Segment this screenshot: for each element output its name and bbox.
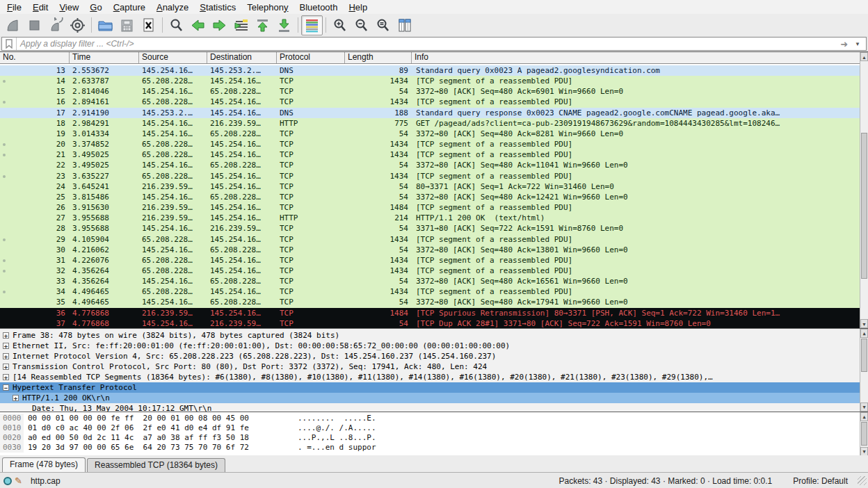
menu-analyze[interactable]: Analyze	[151, 1, 194, 13]
packet-row[interactable]: 14 2.633787 65.208.228… 145.254.16… TCP …	[0, 76, 860, 86]
save-file-button[interactable]	[116, 15, 138, 35]
packet-row[interactable]: 30 4.216062 145.254.16… 65.208.228… TCP …	[0, 245, 860, 255]
packet-row[interactable]: 18 2.984291 145.254.16… 216.239.59… HTTP…	[0, 118, 860, 129]
detail-line[interactable]: + HTTP/1.1 200 OK\r\n	[0, 393, 860, 403]
go-to-packet-button[interactable]	[230, 15, 252, 35]
capture-options-button[interactable]	[67, 15, 88, 35]
display-filter-input[interactable]: Apply a display filter ... <Ctrl-/> ➜ ▼	[1, 37, 867, 51]
scroll-down-icon[interactable]: ▼	[860, 402, 868, 412]
zoom-reset-button[interactable]	[372, 15, 394, 35]
column-header-time[interactable]: Time	[70, 52, 139, 63]
packet-row[interactable]: 19 3.014334 145.254.16… 65.208.228… TCP …	[0, 129, 860, 139]
column-header-protocol[interactable]: Protocol	[277, 52, 345, 63]
column-header-destination[interactable]: Destination	[207, 52, 277, 63]
detail-line[interactable]: + Ethernet II, Src: fe:ff:20:00:01:00 (f…	[0, 341, 860, 351]
expander-icon[interactable]: −	[3, 384, 9, 391]
cell-source: 65.208.228…	[139, 234, 207, 245]
packet-row[interactable]: 35 4.496465 145.254.16… 65.208.228… TCP …	[0, 297, 860, 307]
column-header-length[interactable]: Length	[345, 52, 412, 63]
expander-icon[interactable]: +	[13, 395, 19, 401]
packet-row[interactable]: 33 4.356264 145.254.16… 65.208.228… TCP …	[0, 276, 860, 286]
go-first-button[interactable]	[252, 15, 273, 35]
tab-reassembled-tcp[interactable]: Reassembled TCP (18364 bytes)	[87, 458, 225, 472]
close-file-button[interactable]	[138, 15, 159, 35]
hex-row[interactable]: 0030 19 20 3d 97 00 00 65 6e 64 20 73 75…	[0, 443, 860, 453]
hex-row[interactable]: 0020 a0 ed 00 50 0d 2c 11 4c a7 a0 38 af…	[0, 433, 860, 443]
filter-bookmark-button[interactable]	[2, 38, 17, 50]
stop-capture-button[interactable]	[24, 15, 45, 35]
capture-comment-pencil-icon[interactable]: ✎	[15, 475, 22, 486]
packet-row[interactable]: 17 2.914190 145.253.2.… 145.254.16… DNS …	[0, 108, 860, 118]
expander-icon[interactable]: +	[3, 374, 9, 380]
filter-dropdown-caret-icon[interactable]: ▼	[853, 41, 866, 47]
menu-go[interactable]: Go	[84, 1, 107, 13]
scrollbar-thumb[interactable]	[861, 422, 867, 446]
packet-row[interactable]: 36 4.776868 216.239.59… 145.254.16… TCP …	[0, 308, 860, 318]
expander-icon[interactable]: +	[3, 343, 9, 349]
scroll-up-icon[interactable]: ▲	[860, 412, 868, 421]
packet-row[interactable]: 15 2.814046 145.254.16… 65.208.228… TCP …	[0, 86, 860, 97]
find-packet-button[interactable]	[166, 15, 187, 35]
go-back-button[interactable]	[187, 15, 209, 35]
zoom-in-button[interactable]	[329, 15, 351, 35]
scrollbar-thumb[interactable]	[861, 339, 867, 372]
hex-row[interactable]: 0010 01 d0 c0 ac 40 00 2f 06 2f e0 41 d0…	[0, 423, 860, 433]
column-header-info[interactable]: Info	[412, 52, 868, 63]
open-file-button[interactable]	[95, 15, 116, 35]
bytes-scrollbar[interactable]: ▲ ▼	[860, 412, 868, 456]
packet-row[interactable]: 31 4.226076 65.208.228… 145.254.16… TCP …	[0, 255, 860, 266]
apply-filter-arrow-icon[interactable]: ➜	[835, 39, 853, 49]
restart-capture-button[interactable]	[45, 15, 67, 35]
packet-row[interactable]: 34 4.496465 65.208.228… 145.254.16… TCP …	[0, 286, 860, 297]
expander-icon[interactable]: +	[3, 332, 9, 339]
menu-capture[interactable]: Capture	[108, 1, 151, 13]
scrollbar-thumb[interactable]	[861, 133, 867, 279]
go-forward-button[interactable]	[209, 15, 230, 35]
packet-row[interactable]: 21 3.495025 65.208.228… 145.254.16… TCP …	[0, 149, 860, 160]
resize-grip[interactable]	[858, 476, 867, 485]
scroll-down-icon[interactable]: ▼	[860, 319, 868, 328]
column-header-no[interactable]: No.	[0, 52, 70, 63]
packet-row[interactable]: 23 3.635227 65.208.228… 145.254.16… TCP …	[0, 171, 860, 181]
detail-line[interactable]: + Internet Protocol Version 4, Src: 65.2…	[0, 351, 860, 361]
scroll-up-icon[interactable]: ▲	[860, 329, 868, 338]
hex-row[interactable]: 0000 00 00 01 00 00 00 fe ff 20 00 01 00…	[0, 414, 860, 423]
profile-text[interactable]: Profile: Default	[793, 476, 848, 486]
menu-statistics[interactable]: Statistics	[194, 1, 241, 13]
detail-line[interactable]: − Hypertext Transfer Protocol	[0, 382, 860, 393]
menu-edit[interactable]: Edit	[27, 1, 54, 13]
packet-row[interactable]: 25 3.815486 145.254.16… 65.208.228… TCP …	[0, 192, 860, 202]
expert-info-icon[interactable]	[3, 477, 12, 485]
packet-row[interactable]: 27 3.955688 216.239.59… 145.254.16… HTTP…	[0, 213, 860, 223]
expander-icon[interactable]: +	[3, 364, 9, 370]
start-capture-button[interactable]	[2, 15, 24, 35]
detail-line[interactable]: + Transmission Control Protocol, Src Por…	[0, 361, 860, 372]
menu-telephony[interactable]: Telephony	[241, 1, 294, 13]
packet-row[interactable]: 22 3.495025 145.254.16… 65.208.228… TCP …	[0, 160, 860, 170]
go-last-button[interactable]	[273, 15, 295, 35]
packet-list-scrollbar[interactable]: ▲ ▼	[860, 52, 868, 328]
menu-file[interactable]: File	[1, 1, 27, 13]
expander-icon[interactable]: +	[3, 353, 9, 359]
packet-row[interactable]: 20 3.374852 65.208.228… 145.254.16… TCP …	[0, 139, 860, 149]
colorize-button[interactable]	[301, 15, 323, 35]
tab-frame-bytes[interactable]: Frame (478 bytes)	[2, 457, 86, 472]
scroll-up-icon[interactable]: ▲	[860, 52, 868, 61]
detail-line[interactable]: + [14 Reassembled TCP Segments (18364 by…	[0, 372, 860, 382]
packet-row[interactable]: 32 4.356264 65.208.228… 145.254.16… TCP …	[0, 266, 860, 276]
menu-bluetooth[interactable]: Bluetooth	[294, 1, 344, 13]
packet-row[interactable]: 13 2.553672 145.254.16… 145.253.2.… DNS …	[0, 65, 860, 76]
menu-view[interactable]: View	[54, 1, 84, 13]
packet-row[interactable]: 24 3.645241 216.239.59… 145.254.16… TCP …	[0, 181, 860, 192]
details-scrollbar[interactable]: ▲ ▼	[860, 329, 868, 412]
menu-help[interactable]: Help	[343, 1, 373, 13]
packet-row[interactable]: 29 4.105904 65.208.228… 145.254.16… TCP …	[0, 234, 860, 245]
detail-line[interactable]: + Frame 38: 478 bytes on wire (3824 bits…	[0, 330, 860, 341]
resize-columns-button[interactable]	[394, 15, 415, 35]
packet-row[interactable]: 26 3.915630 216.239.59… 145.254.16… TCP …	[0, 202, 860, 213]
packet-row[interactable]: 28 3.955688 145.254.16… 216.239.59… TCP …	[0, 223, 860, 234]
zoom-out-button[interactable]	[351, 15, 372, 35]
column-header-source[interactable]: Source	[139, 52, 207, 63]
packet-row[interactable]: 37 4.776868 145.254.16… 216.239.59… TCP …	[0, 318, 860, 329]
packet-row[interactable]: 16 2.894161 65.208.228… 145.254.16… TCP …	[0, 97, 860, 107]
